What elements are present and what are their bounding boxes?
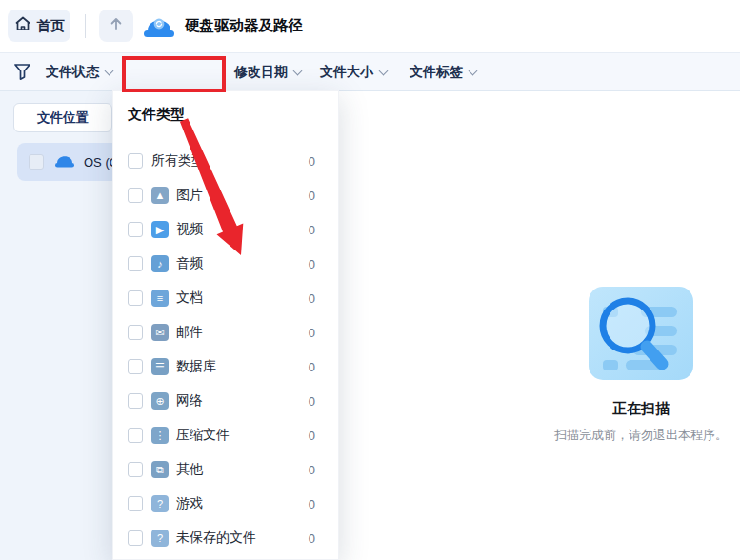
file-type-label: 数据库 — [176, 358, 309, 375]
image-icon: ▲ — [151, 187, 169, 204]
page-title: 硬盘驱动器及路径 — [185, 0, 303, 52]
file-type-checkbox[interactable] — [128, 153, 143, 169]
file-type-count: 0 — [309, 360, 315, 374]
file-type-checkbox[interactable] — [128, 496, 143, 511]
file-type-count: 0 — [309, 189, 315, 203]
file-type-checkbox[interactable] — [128, 530, 143, 546]
file-type-count: 0 — [309, 326, 315, 340]
file-type-label: 未保存的文件 — [176, 530, 309, 547]
file-type-list: 所有类型 0 ▲ 图片 0 ▶ 视频 0 ♪ 音频 0 ≡ 文档 0 — [113, 144, 338, 555]
file-type-count: 0 — [309, 497, 315, 511]
top-bar: 首页 硬盘驱动器及路径 — [0, 0, 740, 52]
file-type-count: 0 — [309, 531, 315, 546]
archive-icon: ⋮ — [151, 427, 169, 444]
file-type-label: 邮件 — [176, 324, 309, 341]
file-type-row[interactable]: ⧉ 其他 0 — [113, 452, 338, 487]
file-type-row[interactable]: ♪ 音频 0 — [113, 247, 338, 281]
unsaved-icon: ? — [151, 530, 169, 547]
chevron-down-icon — [469, 66, 478, 75]
file-type-dropdown: 文件类型 所有类型 0 ▲ 图片 0 ▶ 视频 0 ♪ 音频 0 — [112, 90, 339, 560]
tab-file-location[interactable]: 文件位置 — [13, 103, 112, 132]
file-type-checkbox[interactable] — [128, 359, 143, 374]
up-button[interactable] — [99, 10, 133, 42]
file-type-label: 所有类型 — [151, 152, 309, 170]
file-type-label: 压缩文件 — [176, 427, 309, 444]
drive-checkbox[interactable] — [29, 154, 44, 170]
home-button[interactable]: 首页 — [8, 10, 70, 42]
home-icon — [14, 15, 31, 36]
scan-status-block: 正在扫描 扫描完成前，请勿退出本程序。 — [536, 286, 740, 444]
file-type-checkbox[interactable] — [128, 188, 143, 203]
file-type-checkbox[interactable] — [128, 325, 143, 340]
scan-status-title: 正在扫描 — [536, 400, 740, 418]
file-type-row[interactable]: ? 未保存的文件 0 — [113, 521, 338, 555]
scanning-illustration-icon — [588, 368, 694, 384]
file-type-checkbox[interactable] — [128, 222, 143, 237]
dropdown-header: 文件类型 — [113, 91, 338, 124]
other-icon: ⧉ — [151, 461, 169, 478]
drive-icon — [141, 10, 177, 45]
network-icon: ⊕ — [151, 392, 169, 410]
filter-file-status[interactable]: 文件状态 — [46, 53, 112, 91]
document-icon: ≡ — [151, 290, 169, 307]
file-type-row[interactable]: ▲ 图片 0 — [113, 178, 338, 212]
mail-icon: ✉ — [151, 324, 169, 341]
topbar-divider — [85, 14, 86, 38]
file-type-count: 0 — [309, 291, 315, 306]
video-icon: ▶ — [151, 221, 169, 238]
game-icon: ? — [151, 495, 169, 512]
up-arrow-icon — [109, 16, 124, 35]
file-type-row[interactable]: ⋮ 压缩文件 0 — [113, 418, 338, 452]
tab-file-location-label: 文件位置 — [37, 110, 89, 127]
file-type-row[interactable]: ✉ 邮件 0 — [113, 315, 338, 350]
file-type-row[interactable]: 所有类型 0 — [113, 144, 338, 178]
home-label: 首页 — [37, 17, 65, 35]
file-type-row[interactable]: ≡ 文档 0 — [113, 281, 338, 315]
file-type-label: 图片 — [176, 187, 309, 204]
file-type-checkbox[interactable] — [128, 290, 143, 306]
chevron-down-icon — [293, 66, 303, 75]
file-type-count: 0 — [309, 257, 315, 271]
file-type-row[interactable]: ▶ 视频 0 — [113, 212, 338, 247]
filter-file-size-label: 文件大小 — [320, 64, 373, 81]
chevron-down-icon — [105, 66, 114, 75]
filter-bar: 文件状态 文件类型 修改日期 文件大小 文件标签 — [0, 52, 740, 91]
file-type-count: 0 — [309, 463, 315, 477]
scan-status-subtitle: 扫描完成前，请勿退出本程序。 — [536, 427, 740, 444]
file-type-count: 0 — [309, 154, 315, 169]
filter-modified-date-label: 修改日期 — [234, 64, 288, 81]
file-type-checkbox[interactable] — [128, 256, 143, 271]
file-type-checkbox[interactable] — [128, 462, 143, 477]
file-type-checkbox[interactable] — [128, 393, 143, 409]
file-type-row[interactable]: ? 游戏 0 — [113, 487, 338, 521]
file-type-row[interactable]: ☰ 数据库 0 — [113, 350, 338, 384]
filter-funnel-icon — [13, 63, 31, 85]
app-window: 首页 硬盘驱动器及路径 文件状态 文件类型 — [0, 0, 740, 560]
file-type-count: 0 — [309, 223, 315, 237]
filter-file-size[interactable]: 文件大小 — [320, 53, 387, 91]
drive-os-icon — [53, 151, 76, 172]
file-type-label: 其他 — [176, 461, 309, 478]
filter-modified-date[interactable]: 修改日期 — [234, 53, 301, 91]
file-type-count: 0 — [309, 394, 315, 409]
filter-file-tag[interactable]: 文件标签 — [410, 53, 476, 91]
file-type-checkbox[interactable] — [128, 428, 143, 443]
file-type-label: 视频 — [176, 221, 309, 238]
file-type-count: 0 — [309, 429, 315, 443]
chevron-down-icon — [379, 66, 389, 75]
audio-icon: ♪ — [151, 255, 169, 272]
file-type-label: 文档 — [176, 290, 309, 307]
file-type-label: 游戏 — [176, 495, 309, 512]
file-type-row[interactable]: ⊕ 网络 0 — [113, 384, 338, 418]
file-type-label: 网络 — [176, 392, 309, 410]
file-type-label: 音频 — [176, 255, 309, 272]
database-icon: ☰ — [151, 358, 169, 375]
filter-file-tag-label: 文件标签 — [410, 64, 463, 81]
filter-file-status-label: 文件状态 — [46, 64, 99, 81]
